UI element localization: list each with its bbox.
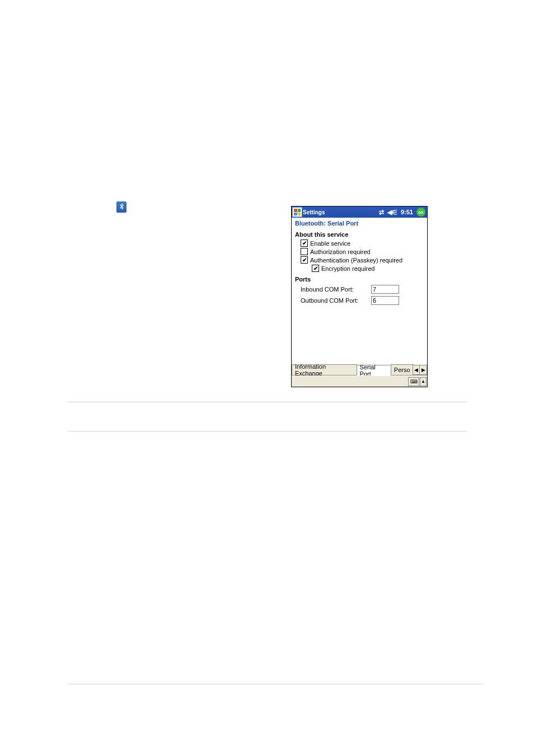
start-button[interactable]: [292, 207, 302, 217]
keyboard-button[interactable]: ⌨: [408, 377, 419, 386]
outbound-port-label: Outbound COM Port:: [301, 297, 371, 304]
authorization-label: Authorization required: [310, 248, 371, 255]
clock[interactable]: 9:51: [401, 209, 413, 215]
tab-information-exchange[interactable]: Information Exchange: [292, 364, 357, 375]
ports-heading: Ports: [292, 273, 427, 284]
inbound-port-row: Inbound COM Port: 7: [292, 284, 427, 295]
windows-flag-icon: [294, 209, 301, 215]
authentication-row[interactable]: ✔ Authentication (Passkey) required: [292, 256, 427, 264]
divider: [67, 684, 484, 684]
volume-icon[interactable]: ◀∈: [387, 209, 397, 216]
ok-button[interactable]: ok: [416, 208, 425, 217]
divider: [67, 431, 467, 431]
divider: [67, 402, 467, 402]
chevron-left-icon: ◀: [414, 367, 418, 373]
page-title: Bluetooth: Serial Port: [292, 218, 427, 228]
chevron-right-icon: ▶: [421, 367, 425, 373]
titlebar: Settings ⇄ ◀∈ 9:51 ok: [292, 206, 427, 218]
outbound-port-value: 6: [373, 297, 376, 304]
enable-service-row[interactable]: ✔ Enable service: [292, 239, 427, 247]
enable-service-label: Enable service: [310, 240, 350, 247]
ok-label: ok: [418, 210, 423, 215]
about-heading: About this service: [292, 228, 427, 239]
tabs-scroll-right[interactable]: ▶: [419, 365, 427, 375]
tab-personal[interactable]: Perso: [391, 364, 414, 375]
sip-up-button[interactable]: ▲: [420, 377, 427, 386]
encryption-row[interactable]: ✔ Encryption required: [292, 264, 427, 273]
inbound-port-value: 7: [373, 286, 376, 293]
chevron-up-icon: ▲: [421, 379, 425, 384]
outbound-port-row: Outbound COM Port: 6: [292, 295, 427, 306]
checkbox-icon: ✔: [301, 240, 308, 247]
settings-window: Settings ⇄ ◀∈ 9:51 ok Bluetooth: Serial …: [291, 206, 428, 387]
inbound-port-field[interactable]: 7: [371, 285, 399, 294]
encryption-label: Encryption required: [321, 265, 374, 272]
outbound-port-field[interactable]: 6: [371, 296, 399, 305]
tab-label: Information Exchange: [295, 363, 354, 377]
keyboard-icon: ⌨: [410, 379, 418, 384]
tab-label: Perso: [394, 367, 410, 373]
connectivity-icon[interactable]: ⇄: [379, 209, 384, 216]
window-title: Settings: [303, 209, 325, 215]
checkbox-icon: ✔: [312, 265, 319, 272]
bottom-bar: ⌨ ▲: [292, 375, 427, 387]
checkbox-icon: [301, 248, 308, 255]
checkbox-icon: ✔: [301, 256, 308, 264]
tab-strip: Information Exchange Serial Port Perso ◀…: [292, 364, 427, 375]
tab-label: Serial Port: [360, 364, 388, 377]
inbound-port-label: Inbound COM Port:: [301, 286, 371, 293]
tabs-scroll-left[interactable]: ◀: [413, 365, 420, 375]
authorization-row[interactable]: Authorization required: [292, 247, 427, 256]
bluetooth-glyph: [119, 203, 124, 211]
authentication-label: Authentication (Passkey) required: [310, 257, 402, 264]
tab-serial-port[interactable]: Serial Port: [357, 365, 391, 375]
bluetooth-icon: [116, 201, 127, 213]
